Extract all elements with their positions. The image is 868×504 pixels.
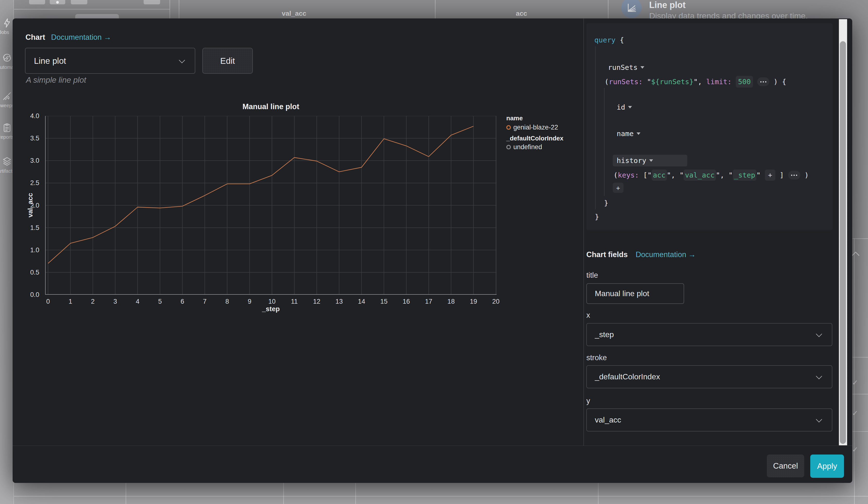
key-chip[interactable]: val_acc bbox=[684, 169, 716, 181]
caret-down-icon bbox=[637, 133, 640, 135]
background-divider bbox=[852, 394, 868, 395]
sidebar-item-label: Artifacts bbox=[0, 168, 11, 174]
quote: " bbox=[680, 170, 684, 180]
x-tick-label: 12 bbox=[306, 297, 328, 305]
field-name: id bbox=[617, 102, 625, 112]
title-field-label: title bbox=[586, 271, 598, 280]
space bbox=[702, 77, 706, 87]
x-tick-label: 4 bbox=[127, 297, 148, 305]
key-chip[interactable]: acc bbox=[652, 169, 666, 181]
brace-close: } bbox=[595, 212, 599, 222]
cancel-button[interactable]: Cancel bbox=[767, 454, 804, 477]
sidebar-item-jobs[interactable]: Jobs bbox=[0, 18, 14, 35]
title-field-input[interactable]: Manual line plot bbox=[586, 283, 684, 304]
brace-open: { bbox=[782, 77, 786, 87]
legend-item-label: undefined bbox=[513, 143, 542, 151]
quote: " bbox=[647, 77, 651, 87]
bracket: ] bbox=[780, 170, 784, 180]
sidebar-item-automations[interactable]: Automations bbox=[0, 52, 14, 70]
space bbox=[784, 170, 788, 180]
space bbox=[724, 170, 728, 180]
space bbox=[775, 170, 779, 180]
quote: " bbox=[716, 170, 720, 180]
chevron-down-icon bbox=[816, 373, 822, 379]
caret-down-icon bbox=[640, 66, 644, 69]
space bbox=[643, 77, 647, 87]
stroke-field-select[interactable]: _defaultColorIndex bbox=[586, 365, 832, 388]
chevron-down-icon bbox=[816, 331, 822, 337]
automations-icon bbox=[0, 52, 14, 63]
y-tick-label: 1.5 bbox=[15, 224, 39, 232]
query-field-id[interactable]: id bbox=[617, 102, 632, 112]
chart-fields-heading: Chart fields Documentation → bbox=[586, 250, 696, 259]
brace-open: { bbox=[620, 35, 624, 45]
quote: " bbox=[667, 170, 671, 180]
reports-icon bbox=[0, 123, 14, 133]
y-field-select[interactable]: val_acc bbox=[586, 408, 832, 431]
modal-scrollbar-thumb[interactable] bbox=[840, 41, 846, 444]
query-field-history[interactable]: history bbox=[613, 155, 687, 166]
query-field-runsets[interactable]: runSets bbox=[608, 63, 644, 72]
chevron-down-icon bbox=[816, 416, 822, 422]
chart-editor-modal: Chart Documentation → Line plot Edit A s… bbox=[13, 19, 852, 483]
sidebar-item-reports[interactable]: Reports bbox=[0, 123, 14, 140]
background-divider bbox=[852, 357, 868, 357]
x-field-select[interactable]: _step bbox=[586, 323, 832, 346]
add-key-button[interactable]: + bbox=[765, 169, 775, 181]
limit-value-chip[interactable]: 500 bbox=[736, 76, 753, 87]
query-editor-panel[interactable] bbox=[586, 23, 833, 230]
chart-type-select[interactable]: Line plot bbox=[25, 48, 195, 74]
background-toolbar-chip bbox=[71, 0, 87, 4]
space bbox=[800, 170, 804, 180]
space bbox=[778, 77, 782, 87]
x-tick-label: 11 bbox=[283, 297, 305, 305]
space bbox=[732, 77, 736, 87]
bracket: [ bbox=[643, 170, 647, 180]
lightning-icon bbox=[0, 18, 14, 28]
y-tick-label: 4.0 bbox=[15, 112, 39, 120]
background-toolbar-chip bbox=[29, 0, 45, 4]
query-field-name[interactable]: name bbox=[617, 129, 640, 138]
key-chip[interactable]: _step bbox=[733, 169, 756, 181]
x-tick-label: 2 bbox=[82, 297, 104, 305]
background-panel-title: acc bbox=[435, 10, 608, 18]
quote: " bbox=[756, 170, 761, 180]
edit-button[interactable]: Edit bbox=[202, 48, 253, 74]
chart-fields-documentation-link[interactable]: Documentation → bbox=[636, 250, 696, 259]
quote: " bbox=[728, 170, 733, 180]
field-name: history bbox=[617, 156, 646, 165]
sidebar-item-artifacts[interactable]: Artifacts bbox=[0, 156, 14, 174]
arg-key: keys: bbox=[618, 170, 639, 180]
apply-button[interactable]: Apply bbox=[810, 454, 844, 478]
chart-fields-title: Chart fields bbox=[586, 250, 628, 259]
query-line-history-keys: (keys: ["acc", "val_acc", "_step" + ] ) bbox=[613, 169, 809, 181]
modal-scrollbar-track[interactable] bbox=[839, 19, 847, 445]
background-toolbar-chip bbox=[144, 0, 160, 4]
add-field-button[interactable]: + bbox=[613, 183, 623, 193]
check-icon: ✓ bbox=[852, 378, 858, 387]
line-chart[interactable] bbox=[45, 116, 497, 295]
y-tick-label: 2.0 bbox=[15, 201, 39, 209]
query-line-close-inner: } bbox=[604, 198, 608, 208]
x-tick-label: 14 bbox=[351, 297, 372, 305]
legend-item[interactable]: genial-blaze-22 bbox=[506, 124, 558, 131]
more-options-button[interactable] bbox=[757, 77, 769, 86]
x-tick-label: 16 bbox=[395, 297, 417, 305]
stroke-field-label: stroke bbox=[586, 353, 607, 362]
chart-documentation-link[interactable]: Documentation → bbox=[51, 33, 111, 41]
legend-item[interactable]: undefined bbox=[506, 143, 542, 151]
y-tick-label: 0.0 bbox=[15, 291, 39, 298]
indent-guide bbox=[604, 88, 604, 196]
arg-value: ${runSets} bbox=[651, 77, 694, 87]
x-tick-label: 1 bbox=[60, 297, 81, 305]
space bbox=[753, 77, 757, 87]
more-options-button[interactable] bbox=[788, 171, 800, 179]
query-keyword: query bbox=[595, 35, 616, 45]
quote: " bbox=[648, 170, 652, 180]
background-sidebar: Jobs Automations Sweeps Reports Artifact… bbox=[0, 0, 14, 504]
space bbox=[761, 170, 765, 180]
arg-key: limit: bbox=[706, 77, 732, 87]
sidebar-item-sweeps[interactable]: Sweeps bbox=[0, 91, 14, 108]
x-tick-label: 3 bbox=[104, 297, 126, 305]
modal-header: Chart Documentation → bbox=[25, 33, 111, 42]
